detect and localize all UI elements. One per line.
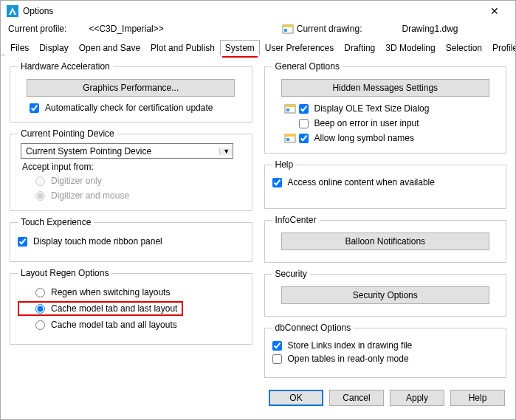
svg-rect-2 [283,25,293,27]
ole-text-size-checkbox[interactable] [299,104,309,114]
group-help: Help Access online content when availabl… [264,159,507,209]
graphics-performance-button[interactable]: Graphics Performance... [27,79,235,97]
right-column: General Options Hidden Messages Settings… [264,61,507,381]
beep-error-label: Beep on error in user input [314,118,419,128]
group-infocenter: InfoCenter Balloon Notifications [264,215,507,263]
readonly-tables-checkbox[interactable] [272,354,282,364]
digitizer-and-mouse-label: Digitizer and mouse [51,190,129,201]
legend-general-options: General Options [272,61,343,72]
svg-rect-3 [284,29,287,32]
svg-rect-0 [7,5,18,17]
balloon-notifications-button[interactable]: Balloon Notifications [281,233,489,250]
tab-drafting[interactable]: Drafting [339,40,380,55]
digitizer-and-mouse-radio [35,191,45,201]
cache-last-layout-label: Cache model tab and last layout [51,303,177,314]
store-links-label: Store Links index in drawing file [288,340,413,351]
security-options-button[interactable]: Security Options [281,286,489,304]
legend-hardware-acceleration: Hardware Acceleration [18,61,113,72]
drawing-icon [282,23,294,35]
ole-text-size-label: Display OLE Text Size Dialog [314,103,430,114]
pointing-device-select-value: Current System Pointing Device [21,146,219,156]
svg-rect-8 [285,134,295,137]
tab-open-and-save[interactable]: Open and Save [74,40,145,55]
current-profile-value: <<C3D_Imperial>> [89,24,163,34]
chevron-down-icon: ▼ [219,148,233,155]
group-general-options: General Options Hidden Messages Settings… [264,61,507,154]
apply-button[interactable]: Apply [390,390,444,406]
drawing-setting-icon [284,132,296,144]
legend-help: Help [272,159,297,170]
tab-strip: Files Display Open and Save Plot and Pub… [1,39,515,55]
hidden-messages-button[interactable]: Hidden Messages Settings [281,79,489,97]
svg-rect-6 [286,109,289,111]
titlebar: Options ✕ [1,1,515,21]
legend-infocenter: InfoCenter [272,215,320,225]
long-symbol-label: Allow long symbol names [314,133,414,143]
readonly-tables-label: Open tables in read-only mode [288,354,409,364]
tab-profiles[interactable]: Profiles [487,40,516,55]
cache-all-layouts-radio[interactable] [35,320,45,330]
profile-row: Current profile: <<C3D_Imperial>> Curren… [1,21,515,39]
help-button[interactable]: Help [450,390,505,406]
auto-cert-check-label: Automatically check for certification up… [45,103,213,113]
access-online-label: Access online content when available [288,177,435,187]
left-column: Hardware Acceleration Graphics Performan… [10,61,252,381]
digitizer-only-radio [35,176,45,186]
store-links-checkbox[interactable] [272,341,282,351]
tab-plot-and-publish[interactable]: Plot and Publish [145,40,220,55]
group-touch-experience: Touch Experience Display touch mode ribb… [10,217,252,262]
window-title: Options [23,6,53,16]
group-dbconnect: dbConnect Options Store Links index in d… [264,323,507,378]
legend-dbconnect: dbConnect Options [272,323,354,333]
group-pointing-device: Current Pointing Device Current System P… [10,128,252,211]
cache-all-layouts-label: Cache model tab and all layouts [51,320,177,330]
touch-ribbon-checkbox[interactable] [18,237,27,247]
pointing-device-select[interactable]: Current System Pointing Device ▼ [21,143,233,159]
close-button[interactable]: ✕ [480,5,509,17]
beep-error-checkbox[interactable] [299,119,309,128]
tab-system[interactable]: System [220,40,260,55]
current-profile-label: Current profile: [8,24,66,34]
drawing-setting-icon [284,103,296,114]
current-drawing-label: Current drawing: [297,24,362,34]
svg-rect-9 [286,138,289,141]
cache-last-layout-radio[interactable] [35,304,45,314]
svg-rect-5 [285,105,295,107]
current-drawing-value: Drawing1.dwg [402,24,458,34]
tab-display[interactable]: Display [34,40,73,55]
access-online-checkbox[interactable] [272,178,282,187]
tab-files[interactable]: Files [5,40,34,55]
legend-layout-regen: Layout Regen Options [18,268,111,278]
touch-ribbon-label: Display touch mode ribbon panel [33,236,162,247]
legend-security: Security [272,269,310,279]
group-security: Security Security Options [264,269,507,317]
regen-switching-radio[interactable] [35,288,45,297]
accept-input-label: Accept input from: [18,159,244,173]
auto-cert-check-checkbox[interactable] [30,103,39,113]
group-hardware-acceleration: Hardware Acceleration Graphics Performan… [10,61,252,123]
regen-switching-label: Regen when switching layouts [51,287,170,297]
dialog-footer: OK Cancel Apply Help [1,384,515,412]
tab-selection[interactable]: Selection [441,40,487,55]
digitizer-only-label: Digitizer only [51,176,102,186]
ok-button[interactable]: OK [269,390,323,406]
app-icon [7,5,18,17]
legend-touch-experience: Touch Experience [18,217,94,227]
cancel-button[interactable]: Cancel [329,390,384,406]
tab-3d-modeling[interactable]: 3D Modeling [380,40,440,55]
legend-pointing-device: Current Pointing Device [18,128,117,139]
long-symbol-checkbox[interactable] [299,134,309,143]
tab-user-preferences[interactable]: User Preferences [260,40,339,55]
group-layout-regen: Layout Regen Options Regen when switchin… [10,268,252,345]
